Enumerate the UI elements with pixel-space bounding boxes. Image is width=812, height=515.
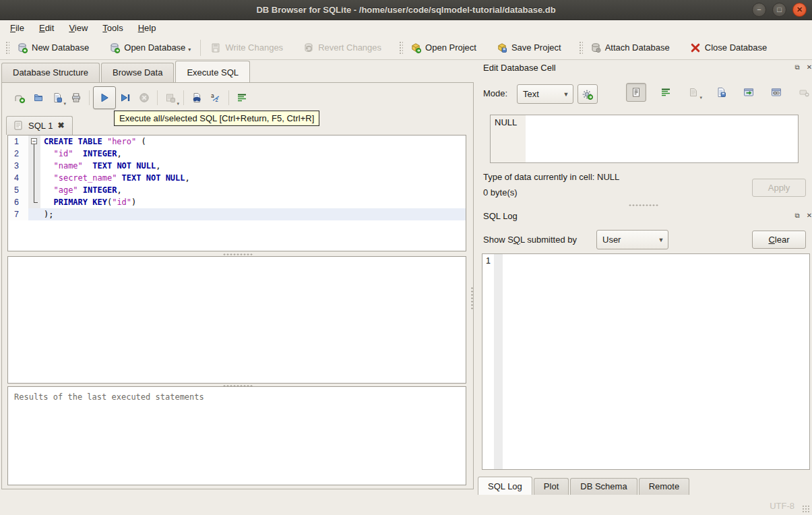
text-mode-button[interactable] — [626, 83, 646, 102]
menu-file[interactable]: File — [3, 22, 32, 34]
tab-browse-data[interactable]: Browse Data — [101, 63, 174, 82]
word-wrap-button[interactable] — [658, 84, 674, 100]
chevron-down-icon[interactable]: ▾ — [699, 95, 702, 100]
export-data-icon — [716, 87, 726, 98]
dock-tab-remote[interactable]: Remote — [639, 478, 690, 495]
fold-margin[interactable]: − — [28, 135, 40, 148]
dock-splitter-handle[interactable] — [470, 286, 474, 309]
editor-line[interactable]: 7); — [8, 208, 466, 220]
toolbar-button-label: Write Changes — [225, 42, 283, 53]
line-number: 6 — [8, 196, 28, 208]
chevron-down-icon[interactable]: ▾ — [188, 47, 191, 53]
log-text-area[interactable] — [503, 254, 809, 469]
log-filter-combobox[interactable]: User ▼ — [596, 230, 668, 249]
revert-changes-button[interactable]: Revert Changes — [298, 39, 387, 57]
dock-close-icon[interactable]: ✕ — [805, 212, 812, 220]
import-data-button[interactable]: ▾ — [685, 84, 701, 100]
sql-document-icon — [13, 120, 24, 131]
save-sql-file-icon — [52, 92, 63, 103]
print-button[interactable] — [67, 88, 86, 107]
clear-button[interactable]: Clear — [752, 231, 806, 249]
log-fold-margin — [494, 254, 503, 469]
log-line-number: 1 — [482, 254, 494, 469]
toolbar-button-label: New Database — [32, 42, 89, 53]
text-mode-icon — [631, 87, 642, 98]
results-message-pane[interactable]: Results of the last executed statements — [7, 386, 466, 485]
toolbar-button-label: Save Project — [511, 42, 561, 53]
minimize-button[interactable]: − — [752, 3, 766, 17]
save-project-button[interactable]: Save Project — [491, 39, 567, 57]
execute-all-icon — [99, 92, 110, 103]
sql-editor[interactable]: 1−CREATE TABLE "hero" (2 "id" INTEGER,3 … — [7, 135, 466, 251]
menu-tools[interactable]: Tools — [95, 22, 130, 34]
dock-close-icon[interactable]: ✕ — [805, 63, 812, 71]
tab-execute-sql[interactable]: Execute SQL — [175, 61, 250, 82]
close-tab-icon[interactable]: ✖ — [57, 121, 64, 130]
results-grid-pane[interactable] — [7, 256, 466, 384]
open-sql-file-button[interactable] — [29, 88, 48, 107]
cell-type-info: Type of data currently in cell: NULL — [483, 172, 619, 182]
find-replace-button[interactable] — [187, 88, 206, 107]
undock-icon[interactable]: ⧉ — [793, 212, 801, 220]
cell-editor[interactable]: NULL — [490, 115, 799, 163]
stop-button[interactable] — [135, 88, 154, 107]
set-null-button[interactable] — [796, 84, 812, 100]
editor-line[interactable]: 1−CREATE TABLE "hero" ( — [8, 135, 466, 148]
dock-section-splitter[interactable] — [629, 204, 658, 207]
cell-size-info: 0 byte(s) — [483, 187, 518, 198]
menu-help[interactable]: Help — [131, 22, 164, 34]
open-database-button[interactable]: Open Database▾ — [104, 39, 196, 57]
maximize-button[interactable]: □ — [772, 3, 786, 17]
cell-editor-area[interactable] — [526, 115, 798, 162]
word-wrap-icon — [237, 92, 247, 103]
open-project-button[interactable]: Open Project — [405, 39, 482, 57]
sql-log-area[interactable]: 1 — [482, 253, 810, 470]
save-results-button[interactable]: ▾ — [161, 88, 180, 107]
save-sql-file-button[interactable]: ▾ — [48, 88, 67, 107]
editor-line[interactable]: 4 "secret_name" TEXT NOT NULL, — [8, 172, 466, 184]
titlebar[interactable]: DB Browser for SQLite - /home/user/code/… — [0, 0, 812, 20]
editor-line[interactable]: 2 "id" INTEGER, — [8, 148, 466, 160]
auto-format-button[interactable]: az — [206, 88, 225, 107]
editor-line[interactable]: 6 PRIMARY KEY("id") — [8, 196, 466, 208]
execute-line-button[interactable] — [116, 88, 135, 107]
export-data-button[interactable] — [713, 84, 729, 100]
new-sql-tab-button[interactable] — [10, 88, 29, 107]
dock-tab-plot[interactable]: Plot — [534, 478, 569, 495]
close-database-button[interactable]: Close Database — [685, 39, 773, 57]
write-changes-button[interactable]: Write Changes — [205, 39, 288, 57]
close-button[interactable]: ✕ — [792, 3, 807, 17]
copy-link-button[interactable] — [768, 84, 784, 100]
open-external-button[interactable] — [741, 84, 757, 100]
window-controls: −□✕ — [752, 3, 807, 17]
dock-tab-db-schema[interactable]: DB Schema — [570, 478, 637, 495]
mode-combobox[interactable]: Text ▼ — [517, 84, 573, 104]
editor-line[interactable]: 5 "age" INTEGER, — [8, 184, 466, 196]
toolbar-button-label: Open Project — [425, 42, 476, 53]
resize-grip[interactable] — [802, 505, 810, 513]
execute-all-button[interactable] — [93, 86, 116, 109]
menu-edit[interactable]: Edit — [32, 22, 61, 34]
line-number: 5 — [8, 184, 28, 196]
print-icon — [71, 92, 82, 103]
tab-database-structure[interactable]: Database Structure — [1, 63, 100, 82]
apply-mode-button[interactable] — [577, 84, 598, 104]
attach-database-button[interactable]: Attach Database — [585, 39, 675, 57]
fold-margin — [28, 184, 40, 196]
fold-collapse-icon[interactable]: − — [31, 138, 37, 144]
new-database-button[interactable]: New Database — [11, 39, 94, 57]
sql-file-tab[interactable]: SQL 1✖ — [6, 116, 73, 135]
statusbar: UTF-8 — [0, 495, 812, 515]
toolbar-button-label: Revert Changes — [318, 42, 381, 53]
find-replace-icon — [191, 92, 202, 103]
apply-button[interactable]: Apply — [752, 179, 806, 197]
undock-icon[interactable]: ⧉ — [793, 63, 801, 71]
chevron-down-icon[interactable]: ▾ — [177, 101, 179, 107]
fold-margin — [28, 208, 40, 220]
code-text: ); — [40, 208, 466, 220]
editor-line[interactable]: 3 "name" TEXT NOT NULL, — [8, 160, 466, 172]
dock-tab-sql-log[interactable]: SQL Log — [478, 477, 532, 495]
menu-view[interactable]: View — [61, 22, 95, 34]
word-wrap-button[interactable] — [232, 88, 251, 107]
chevron-down-icon[interactable]: ▾ — [63, 101, 66, 107]
